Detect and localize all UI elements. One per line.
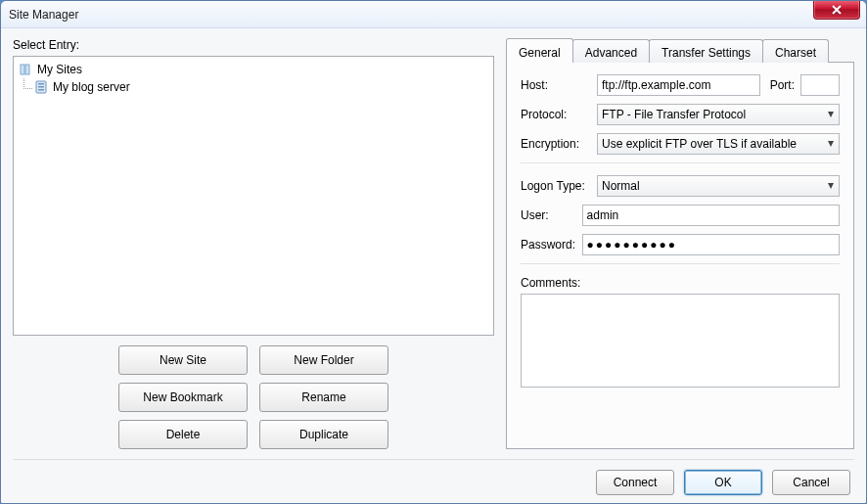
new-folder-button[interactable]: New Folder (259, 345, 388, 375)
entry-tree[interactable]: My Sites My blog server (13, 56, 494, 336)
tree-root-label: My Sites (37, 63, 82, 76)
svg-rect-0 (21, 65, 24, 74)
new-site-button[interactable]: New Site (118, 345, 248, 375)
select-entry-label: Select Entry: (13, 38, 494, 52)
user-input[interactable] (582, 205, 840, 226)
password-label: Password: (521, 238, 582, 252)
comments-textarea[interactable] (521, 294, 840, 388)
host-input[interactable] (597, 74, 760, 96)
server-icon (33, 79, 49, 95)
port-input[interactable] (800, 74, 840, 96)
cancel-button[interactable]: Cancel (772, 470, 850, 495)
tree-item-label: My blog server (53, 80, 130, 94)
duplicate-button[interactable]: Duplicate (259, 420, 388, 449)
folder-sites-icon (18, 62, 33, 77)
delete-button[interactable]: Delete (118, 420, 248, 449)
separator (521, 162, 840, 163)
tree-root-my-sites[interactable]: My Sites (16, 61, 491, 78)
site-manager-window: Site Manager Select Entry: My Sites (0, 0, 867, 504)
encryption-label: Encryption: (521, 137, 597, 151)
close-icon (831, 5, 843, 15)
svg-rect-4 (38, 86, 44, 88)
tab-transfer-settings[interactable]: Transfer Settings (649, 39, 763, 63)
new-bookmark-button[interactable]: New Bookmark (118, 383, 248, 412)
logon-type-label: Logon Type: (521, 179, 597, 193)
svg-rect-5 (38, 89, 44, 91)
footer-separator (13, 459, 854, 460)
logon-type-select[interactable]: Normal (597, 175, 840, 197)
user-label: User: (521, 208, 582, 222)
general-panel: Host: Port: Protocol: FTP - File Transfe… (506, 62, 854, 449)
port-label: Port: (770, 78, 795, 92)
encryption-select[interactable]: Use explicit FTP over TLS if available (597, 133, 840, 155)
svg-rect-3 (38, 83, 44, 85)
separator-2 (521, 263, 840, 264)
ok-button[interactable]: OK (684, 470, 762, 495)
protocol-select[interactable]: FTP - File Transfer Protocol (597, 104, 840, 125)
password-input[interactable] (582, 234, 840, 255)
svg-rect-1 (25, 65, 29, 74)
tree-item-my-blog-server[interactable]: My blog server (16, 78, 491, 96)
rename-button[interactable]: Rename (259, 383, 388, 412)
dialog-footer: Connect OK Cancel (13, 470, 854, 495)
tab-advanced[interactable]: Advanced (572, 39, 650, 63)
tab-charset[interactable]: Charset (762, 39, 829, 63)
protocol-label: Protocol: (521, 108, 597, 121)
host-label: Host: (521, 78, 597, 92)
tabstrip: General Advanced Transfer Settings Chars… (506, 38, 854, 62)
comments-label: Comments: (521, 276, 840, 290)
window-title: Site Manager (9, 8, 78, 22)
tab-general[interactable]: General (506, 38, 573, 63)
titlebar[interactable]: Site Manager (1, 1, 866, 28)
connect-button[interactable]: Connect (596, 470, 674, 495)
close-button[interactable] (813, 0, 860, 20)
